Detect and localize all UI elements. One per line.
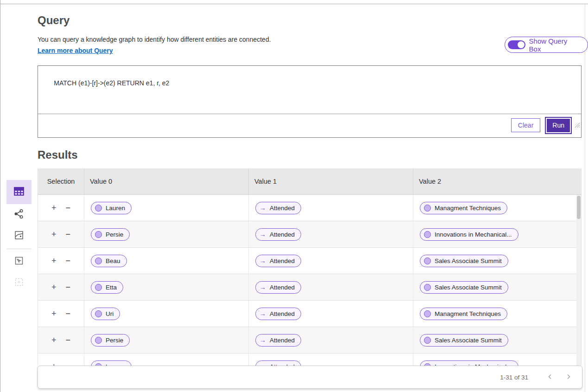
query-page: Query You can query a knowledge graph to… [0, 0, 588, 392]
add-to-map-icon [13, 255, 25, 268]
link-chart-view-button[interactable] [6, 204, 32, 225]
relationship-label: Attended [270, 205, 295, 212]
pagination-label: 1-31 of 31 [500, 374, 528, 381]
remove-from-selection-button[interactable]: − [64, 335, 72, 345]
query-text: MATCH (e1)-[r]->(e2) RETURN e1, r, e2 [54, 79, 169, 87]
relationship-pill[interactable]: → Attended [255, 360, 301, 366]
selection-tool-button [6, 272, 32, 294]
value0-cell: Lauren [84, 195, 249, 221]
relationship-label: Attended [270, 231, 295, 238]
clear-button[interactable]: Clear [511, 118, 540, 132]
table-scrollbar[interactable] [576, 195, 581, 366]
entity-pill[interactable]: Etta [91, 281, 123, 294]
entity-icon [95, 231, 102, 238]
map-view-button[interactable] [6, 225, 32, 247]
panel-left-edge [0, 0, 0, 392]
entity-label: Persie [106, 337, 123, 344]
page-title: Query [38, 14, 70, 27]
remove-from-selection-button[interactable]: − [64, 309, 72, 319]
add-to-map-button[interactable] [6, 251, 32, 272]
entity-icon [424, 284, 431, 291]
remove-from-selection-button[interactable]: − [64, 256, 72, 266]
add-to-selection-button[interactable]: + [50, 309, 58, 319]
previous-page-button[interactable] [544, 373, 556, 382]
entity-label: Innovations in Mechanical... [435, 231, 512, 238]
value0-cell: Persie [84, 327, 249, 353]
value2-cell: Sales Associate Summit [413, 327, 576, 353]
entity-icon [95, 205, 102, 212]
add-to-selection-button[interactable]: + [50, 230, 58, 239]
value1-cell: → Attended [249, 248, 413, 274]
panel-right-edge [585, 4, 585, 392]
results-table: Selection Value 0 Value 1 Value 2 + − La… [38, 168, 582, 366]
relationship-pill[interactable]: → Attended [255, 255, 301, 267]
entity-pill[interactable]: Managment Techniques [420, 202, 507, 214]
entity-icon [95, 310, 102, 317]
entity-pill[interactable]: Sales Associate Summit [420, 334, 508, 347]
entity-pill[interactable]: Innovations in Mechanical... [420, 228, 518, 241]
scrollbar-thumb[interactable] [577, 196, 581, 219]
link-chart-icon [13, 208, 25, 221]
table-row: + − Etta → Attended Sales Associate Summ… [38, 274, 576, 301]
value2-cell: Innovations in Mechanical... [413, 353, 576, 366]
relationship-pill[interactable]: → Attended [255, 334, 301, 347]
value1-cell: → Attended [249, 221, 413, 247]
toggle-label: Show Query Box [529, 37, 581, 53]
remove-from-selection-button[interactable]: − [64, 362, 72, 366]
toggle-knob [518, 41, 525, 48]
entity-pill[interactable]: Managment Techniques [420, 308, 507, 320]
entity-pill[interactable]: Sales Associate Summit [420, 281, 508, 294]
map-icon [13, 230, 25, 243]
column-header-value0: Value 0 [84, 168, 249, 194]
add-to-selection-button[interactable]: + [50, 335, 58, 345]
entity-icon [95, 337, 102, 344]
table-header-row: Selection Value 0 Value 1 Value 2 [38, 168, 581, 195]
selection-cell: + − [38, 327, 84, 353]
panel-top-edge [0, 4, 588, 4]
entity-pill[interactable]: Lauren [91, 360, 132, 366]
learn-more-link[interactable]: Learn more about Query [38, 47, 113, 54]
relationship-arrow-icon: → [259, 231, 266, 238]
table-row: + − Uri → Attended Managment Techniques [38, 301, 576, 327]
add-to-selection-button[interactable]: + [50, 203, 58, 213]
entity-pill[interactable]: Persie [91, 228, 130, 241]
value0-cell: Etta [84, 274, 249, 300]
chevron-right-icon [565, 374, 572, 381]
relationship-pill[interactable]: → Attended [255, 308, 301, 320]
entity-icon [95, 284, 102, 291]
add-to-selection-button[interactable]: + [50, 283, 58, 292]
entity-pill[interactable]: Uri [91, 308, 120, 320]
relationship-arrow-icon: → [259, 310, 266, 317]
entity-label: Sales Associate Summit [435, 337, 502, 344]
remove-from-selection-button[interactable]: − [64, 203, 72, 213]
relationship-pill[interactable]: → Attended [255, 228, 301, 241]
value0-cell: Persie [84, 221, 249, 247]
table-row: + − Persie → Attended Innovations in Mec… [38, 221, 576, 248]
table-view-button[interactable] [6, 180, 32, 204]
selection-cell: + − [38, 195, 84, 221]
add-to-selection-button[interactable]: + [50, 362, 58, 366]
table-row: + − Persie → Attended Sales Associate Su… [38, 327, 576, 353]
query-input[interactable]: MATCH (e1)-[r]->(e2) RETURN e1, r, e2 [38, 66, 581, 114]
remove-from-selection-button[interactable]: − [64, 230, 72, 239]
relationship-pill[interactable]: → Attended [255, 202, 301, 214]
resize-handle-icon[interactable] [575, 107, 580, 113]
show-query-box-toggle[interactable]: Show Query Box [505, 37, 588, 53]
add-to-selection-button[interactable]: + [50, 256, 58, 266]
next-page-button[interactable] [563, 373, 575, 382]
value1-cell: → Attended [249, 195, 413, 221]
entity-pill[interactable]: Lauren [91, 202, 132, 214]
entity-pill[interactable]: Sales Associate Summit [420, 255, 508, 267]
entity-pill[interactable]: Beau [91, 255, 127, 267]
remove-from-selection-button[interactable]: − [64, 283, 72, 292]
entity-icon [424, 310, 431, 317]
relationship-pill[interactable]: → Attended [255, 281, 301, 294]
view-mode-sidebar [6, 180, 32, 294]
selection-cell: + − [38, 274, 84, 300]
value0-cell: Lauren [84, 353, 249, 366]
entity-pill[interactable]: Innovations in Mechanical... [420, 360, 518, 366]
run-button[interactable]: Run [546, 118, 571, 133]
value1-cell: → Attended [249, 301, 413, 327]
entity-icon [95, 257, 102, 264]
entity-pill[interactable]: Persie [91, 334, 130, 347]
